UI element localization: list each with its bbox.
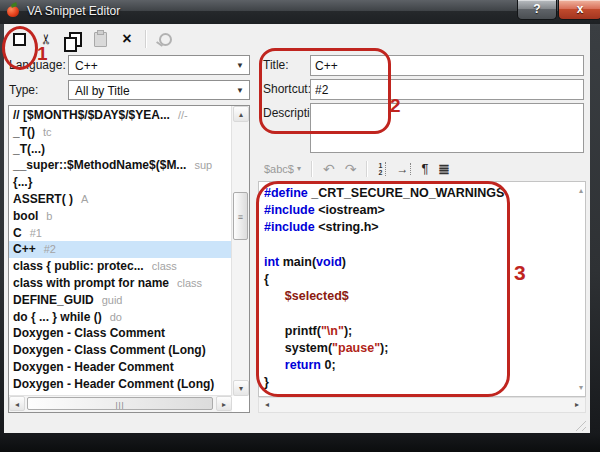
line-spacing-button[interactable]: ≣: [438, 162, 450, 176]
title-bar[interactable]: VA Snippet Editor ? x: [0, 0, 600, 24]
code-line: [264, 237, 567, 254]
paste-button[interactable]: [91, 30, 109, 48]
toolbar-separator: [366, 161, 368, 177]
cut-button[interactable]: ✂: [37, 30, 55, 48]
shortcut-input[interactable]: [310, 79, 584, 100]
code-horizontal-scrollbar[interactable]: ◂ ▸: [258, 397, 586, 413]
type-label: Type:: [9, 80, 38, 101]
scroll-up-icon[interactable]: ▴: [579, 186, 583, 195]
new-snippet-button[interactable]: [10, 30, 28, 48]
scrollbar-thumb[interactable]: |||: [27, 397, 213, 410]
scroll-left-icon[interactable]: ◂: [9, 396, 25, 411]
copy-button[interactable]: [64, 30, 82, 48]
type-value: All by Title: [75, 84, 130, 98]
list-item[interactable]: _T(...): [9, 141, 232, 158]
code-line: #define _CRT_SECURE_NO_WARNINGS: [264, 185, 567, 202]
code-line: #include <iostream>: [264, 202, 567, 219]
delete-button[interactable]: ×: [118, 30, 136, 48]
language-value: C++: [75, 59, 98, 73]
new-snippet-icon: [13, 33, 26, 46]
list-item[interactable]: class { public: protec...class: [9, 258, 232, 275]
description-input[interactable]: [310, 103, 584, 153]
shortcut-label: Shortcut:: [263, 79, 311, 100]
snippet-code-editor[interactable]: #define _CRT_SECURE_NO_WARNINGS#include …: [258, 181, 586, 397]
list-item[interactable]: boolb: [9, 208, 232, 225]
snippet-list-content: // [$MONTH$/$DAY$/$YEA...//-_T()tc_T(...…: [9, 106, 232, 396]
type-dropdown[interactable]: All by Title ▼: [68, 80, 250, 100]
code-line: $selected$: [264, 288, 567, 305]
code-line: int main(void): [264, 254, 567, 271]
list-horizontal-scrollbar[interactable]: ◂ ||| ▸: [9, 395, 232, 412]
scrollbar-thumb[interactable]: ≡: [233, 192, 248, 240]
list-vertical-scrollbar[interactable]: ▴ ≡ ▾: [231, 106, 249, 396]
numbered-list-button[interactable]: 1 2: [378, 162, 386, 176]
list-item[interactable]: ASSERT( )A: [9, 191, 232, 208]
insert-placeholder-button[interactable]: $abc$ ▾: [264, 163, 301, 175]
toolbar-separator: [311, 161, 313, 177]
close-button[interactable]: x: [558, 0, 600, 20]
scroll-down-icon[interactable]: ▾: [579, 383, 583, 392]
list-item[interactable]: _T()tc: [9, 124, 232, 141]
code-line: }: [264, 374, 567, 391]
visual-assist-tomato-icon: [7, 4, 21, 18]
title-label: Title:: [263, 55, 289, 76]
show-formatting-button[interactable]: ¶: [421, 162, 428, 175]
code-line: printf("\n");: [264, 323, 567, 340]
cut-scissors-icon: ✂: [39, 33, 53, 45]
scroll-down-icon[interactable]: ▾: [233, 380, 249, 396]
editor-toolbar: $abc$ ▾ ↶ ↷ 1 2 → ¶ ≣: [258, 156, 586, 181]
list-item[interactable]: {...}: [9, 174, 232, 191]
list-item[interactable]: do { ... } while ()do: [9, 309, 232, 326]
undo-button[interactable]: ↶: [323, 162, 335, 176]
code-content: #define _CRT_SECURE_NO_WARNINGS#include …: [264, 185, 567, 391]
code-line: system("pause");: [264, 340, 567, 357]
list-item[interactable]: Doxygen - Header Comment (Long): [9, 376, 232, 393]
snippet-listbox: // [$MONTH$/$DAY$/$YEA...//-_T()tc_T(...…: [8, 105, 250, 413]
list-item[interactable]: __super::$MethodName$($M...sup: [9, 157, 232, 174]
code-line: [264, 305, 567, 322]
code-line: return 0;: [264, 357, 567, 374]
chevron-down-icon: ▼: [236, 56, 244, 76]
dialog-client-area: ✂ × Language: C++ ▼ Type: All by Title ▼…: [4, 24, 590, 433]
chevron-down-icon: ▾: [297, 164, 301, 173]
code-line: #include <string.h>: [264, 219, 567, 236]
list-item[interactable]: // [$MONTH$/$DAY$/$YEA...//-: [9, 107, 232, 124]
magnifier-icon: [159, 33, 172, 46]
scroll-right-icon[interactable]: ▸: [569, 398, 585, 412]
find-button[interactable]: [156, 30, 174, 48]
paste-clipboard-icon: [94, 32, 107, 47]
list-item[interactable]: Doxygen - Class Comment (Long): [9, 342, 232, 359]
code-vertical-scrollbar[interactable]: ▴ ▾: [569, 182, 585, 396]
list-item[interactable]: Doxygen - Class Comment: [9, 325, 232, 342]
main-toolbar: ✂ ×: [4, 24, 590, 54]
title-input[interactable]: [310, 55, 584, 76]
list-item[interactable]: class with prompt for nameclass: [9, 275, 232, 292]
scroll-right-icon[interactable]: ▸: [216, 396, 232, 411]
language-dropdown[interactable]: C++ ▼: [68, 55, 250, 75]
list-item[interactable]: Doxygen - Header Comment: [9, 359, 232, 376]
chevron-down-icon: ▼: [236, 81, 244, 101]
scroll-left-icon[interactable]: ◂: [259, 398, 275, 412]
window-frame: VA Snippet Editor ? x ✂ × Language: C++ …: [0, 0, 600, 452]
delete-x-icon: ×: [122, 31, 131, 47]
copy-icon: [69, 32, 82, 47]
scroll-up-icon[interactable]: ▴: [233, 106, 249, 122]
numbered-list-icon: 1: [378, 162, 382, 169]
placeholder-button-label: $abc$: [264, 163, 294, 175]
code-line: {: [264, 271, 567, 288]
indent-button[interactable]: →: [396, 163, 411, 175]
window-title: VA Snippet Editor: [27, 4, 120, 18]
language-label: Language:: [9, 55, 66, 76]
toolbar-separator: [145, 30, 147, 48]
help-button[interactable]: ?: [517, 0, 557, 20]
list-item[interactable]: C++#2: [9, 241, 232, 258]
list-item[interactable]: DEFINE_GUIDguid: [9, 292, 232, 309]
list-item[interactable]: C#1: [9, 225, 232, 242]
redo-button[interactable]: ↷: [345, 162, 357, 176]
resize-grip[interactable]: [573, 418, 586, 431]
